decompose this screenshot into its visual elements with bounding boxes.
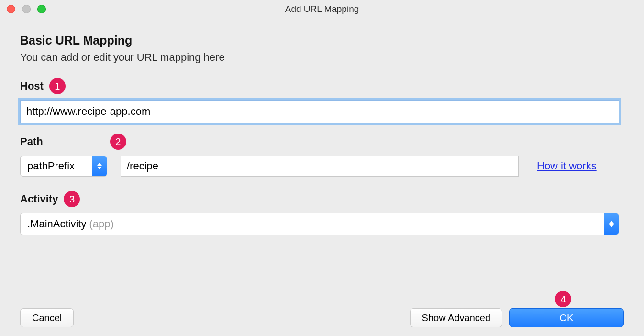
button-bar: Cancel Show Advanced 4 OK bbox=[20, 308, 624, 327]
host-label-text: Host bbox=[20, 80, 44, 92]
host-label: Host 1 bbox=[20, 78, 624, 94]
path-type-select[interactable]: pathPrefix bbox=[20, 156, 107, 177]
titlebar: Add URL Mapping bbox=[0, 0, 644, 18]
cancel-button[interactable]: Cancel bbox=[20, 308, 74, 327]
host-field: Host 1 bbox=[20, 78, 624, 123]
path-label: Path 2 bbox=[20, 134, 624, 150]
dialog-content: Basic URL Mapping You can add or edit yo… bbox=[0, 18, 644, 235]
activity-value: .MainActivity bbox=[27, 218, 86, 230]
callout-badge-3: 3 bbox=[64, 191, 80, 207]
callout-badge-4: 4 bbox=[555, 291, 571, 307]
callout-badge-1: 1 bbox=[49, 78, 66, 94]
activity-label: Activity 3 bbox=[20, 191, 624, 207]
section-subheading: You can add or edit your URL mapping her… bbox=[20, 51, 624, 64]
host-input[interactable] bbox=[20, 100, 619, 123]
how-it-works-link[interactable]: How it works bbox=[537, 160, 597, 172]
show-advanced-button[interactable]: Show Advanced bbox=[410, 308, 502, 327]
activity-hint: (app) bbox=[89, 218, 113, 230]
minimize-window-button[interactable] bbox=[22, 5, 31, 13]
callout-badge-2: 2 bbox=[110, 134, 126, 150]
activity-select[interactable]: .MainActivity (app) bbox=[20, 213, 619, 235]
activity-selected: .MainActivity (app) bbox=[21, 213, 604, 235]
path-field: Path 2 pathPrefix How it works bbox=[20, 134, 624, 177]
dropdown-arrows-icon bbox=[92, 156, 107, 176]
dropdown-arrows-icon bbox=[604, 213, 619, 235]
section-heading: Basic URL Mapping bbox=[20, 34, 624, 47]
activity-label-text: Activity bbox=[20, 193, 58, 205]
window-title: Add URL Mapping bbox=[0, 4, 644, 14]
activity-field: Activity 3 .MainActivity (app) bbox=[20, 191, 624, 235]
ok-button[interactable]: OK bbox=[509, 308, 624, 327]
close-window-button[interactable] bbox=[7, 5, 15, 13]
window-controls bbox=[0, 5, 46, 13]
path-label-text: Path bbox=[20, 135, 43, 148]
path-input[interactable] bbox=[121, 156, 519, 177]
zoom-window-button[interactable] bbox=[37, 5, 46, 13]
path-type-selected: pathPrefix bbox=[21, 156, 92, 176]
